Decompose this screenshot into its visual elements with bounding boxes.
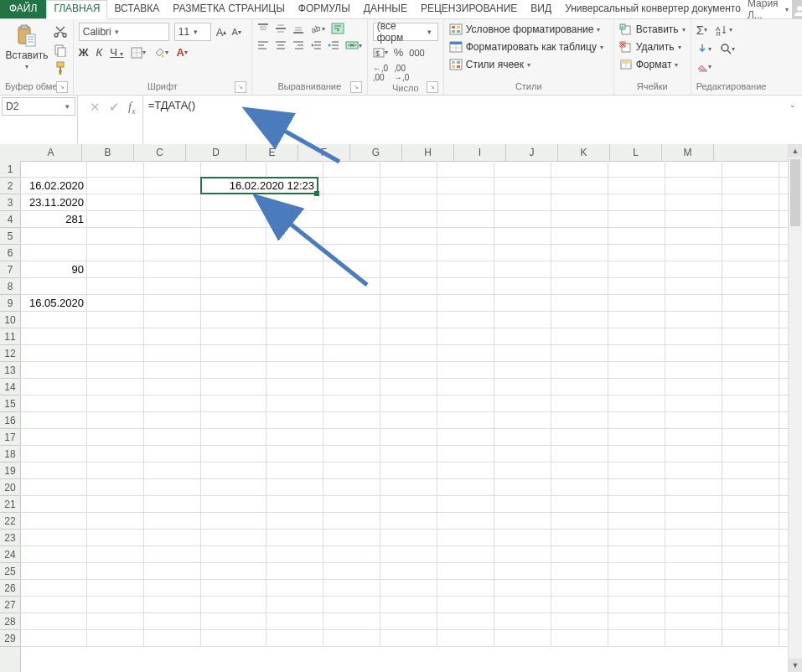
cell[interactable] [380,161,437,177]
font-name-combo[interactable]: Calibri ▾ [79,23,169,41]
cell[interactable] [665,328,722,344]
cell[interactable] [87,178,144,194]
cell[interactable]: 90 [20,261,87,277]
cell[interactable] [380,395,437,411]
cell[interactable] [201,463,266,478]
cell[interactable] [608,211,665,227]
cell[interactable] [201,362,266,378]
cell[interactable] [20,228,87,244]
cell[interactable] [144,211,201,227]
cell[interactable] [323,211,380,227]
cell[interactable] [87,362,144,378]
cell[interactable] [608,278,665,294]
cell[interactable] [665,362,722,378]
row-header[interactable]: 2 [0,178,20,194]
cell[interactable] [551,278,608,294]
increase-decimal-icon[interactable]: ←,0,00 [373,64,388,82]
sort-filter-icon[interactable]: AЯ▾ [716,24,732,36]
cell[interactable] [665,295,722,311]
cell[interactable] [551,412,608,428]
cell[interactable] [608,161,665,177]
cell[interactable] [608,328,665,344]
cell[interactable] [722,261,779,277]
row-header[interactable]: 11 [0,328,20,345]
cell[interactable] [323,446,380,462]
cell[interactable] [665,161,722,177]
cell[interactable] [144,345,201,361]
tab-data[interactable]: ДАННЫЕ [357,0,414,18]
cell[interactable] [494,496,551,512]
cell[interactable] [665,546,722,562]
cell[interactable] [266,563,323,579]
cell[interactable]: 16.02.2020 [20,178,87,194]
format-cells-button[interactable]: Формат▾ [619,58,679,71]
cell[interactable] [87,479,144,495]
cell[interactable] [144,446,201,462]
cell[interactable] [665,613,722,629]
cells-area[interactable]: 16.02.202016.02.2020 12:2323.11.20202819… [20,161,789,672]
cell[interactable] [551,630,608,646]
cell[interactable] [323,245,380,261]
cell[interactable] [722,328,779,344]
cell[interactable] [551,597,608,613]
cell[interactable] [266,429,323,445]
cell[interactable] [551,194,608,210]
cell[interactable] [201,597,266,613]
cell[interactable] [380,261,437,277]
cell[interactable] [144,429,201,445]
cell[interactable] [722,597,779,613]
row-header[interactable]: 13 [0,362,20,379]
cell[interactable] [87,613,144,629]
cell[interactable] [437,446,494,462]
cell[interactable] [608,597,665,613]
column-header[interactable]: F [298,144,350,161]
cell[interactable] [380,496,437,512]
cell[interactable] [87,379,144,395]
cell[interactable] [494,345,551,361]
font-color-icon[interactable]: A▾ [176,46,187,59]
cell[interactable] [665,580,722,596]
cell[interactable] [437,312,494,328]
cell[interactable] [323,295,380,311]
row-header[interactable]: 28 [0,613,20,630]
cell[interactable] [87,328,144,344]
cell[interactable] [144,379,201,395]
number-format-combo[interactable]: (все форм ▾ [373,23,438,41]
cell[interactable] [201,278,266,294]
cell[interactable] [266,613,323,629]
cell[interactable] [266,630,323,646]
scroll-down-icon[interactable]: ▼ [789,659,802,672]
cell[interactable] [20,546,87,562]
cell[interactable] [87,513,144,529]
select-all-corner[interactable] [0,144,21,162]
column-header[interactable]: D [186,144,246,161]
cell[interactable] [266,412,323,428]
cell[interactable] [494,228,551,244]
cell[interactable] [201,395,266,411]
cell[interactable] [87,446,144,462]
row-header[interactable]: 3 [0,194,20,211]
cell[interactable] [608,479,665,495]
row-header[interactable]: 20 [0,479,20,496]
cell[interactable] [87,161,144,177]
cell[interactable] [494,630,551,646]
cell[interactable] [608,429,665,445]
cell[interactable] [551,546,608,562]
cell[interactable] [20,630,87,646]
row-header[interactable]: 21 [0,496,20,513]
cell[interactable] [201,228,266,244]
cell[interactable] [551,580,608,596]
autosum-icon[interactable]: Σ ▾ [696,23,707,37]
cell[interactable] [266,161,323,177]
cell[interactable] [665,412,722,428]
cell[interactable] [437,496,494,512]
cell[interactable] [494,563,551,579]
cell[interactable] [201,546,266,562]
cell[interactable] [20,513,87,529]
cell[interactable] [380,211,437,227]
cell[interactable] [380,295,437,311]
column-header[interactable]: E [246,144,298,161]
cell[interactable] [323,362,380,378]
cell[interactable] [144,630,201,646]
cell[interactable] [266,228,323,244]
